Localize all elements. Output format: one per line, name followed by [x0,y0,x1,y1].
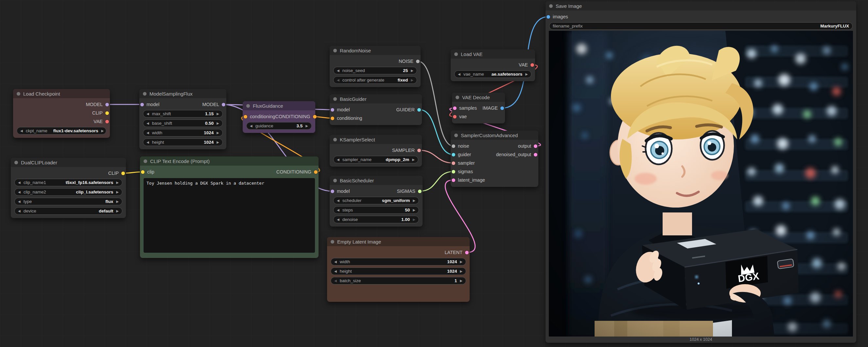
collapse-dot-icon[interactable] [331,240,334,243]
output-port-clip[interactable] [121,172,125,175]
output-port-guider[interactable] [417,108,421,112]
arrow-left-icon[interactable] [458,73,461,76]
widget-control-after-generate[interactable]: control after generate fixed [333,76,417,84]
node-header[interactable]: Load Checkpoint [13,89,110,98]
collapse-dot-icon[interactable] [333,138,337,141]
widget-height[interactable]: height 1024 [331,267,466,275]
node-vae-decode[interactable]: VAE Decode samples IMAGE vae [452,93,505,123]
node-clip-text-encode[interactable]: CLIP Text Encode (Prompt) clip CONDITION… [140,156,318,258]
input-port-conditioning[interactable] [244,115,247,118]
arrow-left-icon[interactable] [147,122,149,125]
arrow-right-icon[interactable] [101,129,104,133]
arrow-left-icon[interactable] [334,260,337,263]
input-port-guider[interactable] [452,153,455,156]
arrow-right-icon[interactable] [460,279,462,283]
node-header[interactable]: VAE Decode [452,93,505,102]
widget-filename-prefix[interactable]: filename_prefix MarkuryFLUX [549,22,852,30]
node-model-sampling-flux[interactable]: ModelSamplingFlux model MODEL max_shift … [139,89,226,149]
node-header[interactable]: Save Image [546,1,856,10]
input-port-images[interactable] [547,15,550,19]
collapse-dot-icon[interactable] [143,92,147,95]
node-header[interactable]: KSamplerSelect [330,135,422,144]
output-port-sampler[interactable] [417,149,421,152]
collapse-dot-icon[interactable] [454,52,458,56]
widget-steps[interactable]: steps 50 [333,206,419,214]
arrow-left-icon[interactable] [337,79,339,82]
widget-width[interactable]: width 1024 [143,129,223,137]
arrow-left-icon[interactable] [147,131,149,135]
arrow-right-icon[interactable] [525,73,528,76]
widget-denoise[interactable]: denoise 1.00 [333,216,419,223]
input-port-model[interactable] [140,103,144,106]
node-header[interactable]: CLIP Text Encode (Prompt) [140,156,318,166]
arrow-left-icon[interactable] [337,218,339,221]
node-ksampler-select[interactable]: KSamplerSelect SAMPLER sampler_name dpmp… [330,135,422,167]
arrow-left-icon[interactable] [337,158,339,162]
arrow-right-icon[interactable] [412,158,415,162]
arrow-right-icon[interactable] [116,181,119,184]
arrow-left-icon[interactable] [334,270,337,273]
input-port-noise[interactable] [452,144,455,148]
arrow-left-icon[interactable] [334,279,337,283]
node-basic-guider[interactable]: BasicGuider model GUIDER conditioning [330,94,422,125]
widget-scheduler[interactable]: scheduler sgm_uniform [333,197,419,204]
output-port-model[interactable] [222,103,225,106]
arrow-left-icon[interactable] [18,209,21,213]
arrow-right-icon[interactable] [217,141,219,144]
node-basic-scheduler[interactable]: BasicScheduler model SIGMAS scheduler sg… [330,176,423,227]
widget-base-shift[interactable]: base_shift 0.50 [143,119,223,127]
arrow-left-icon[interactable] [147,141,149,144]
arrow-right-icon[interactable] [413,218,415,221]
node-dual-clip-loader[interactable]: DualCLIPLoader CLIP clip_name1 t5xxl_fp1… [11,158,126,218]
arrow-left-icon[interactable] [18,181,21,184]
collapse-dot-icon[interactable] [333,97,337,101]
output-port-model[interactable] [105,103,109,106]
node-header[interactable]: ModelSamplingFlux [139,89,226,98]
node-flux-guidance[interactable]: FluxGuidance conditioning CONDITIONING g… [243,101,315,133]
output-port-output[interactable] [534,144,537,148]
node-header[interactable]: RandomNoise [330,46,421,55]
collapse-dot-icon[interactable] [549,4,553,8]
node-load-checkpoint[interactable]: Load Checkpoint MODEL CLIP VAE ckpt_name… [13,89,110,138]
widget-height[interactable]: height 1024 [143,139,223,146]
input-port-sampler[interactable] [452,162,455,165]
input-port-sigmas[interactable] [452,170,455,173]
node-sampler-custom-advanced[interactable]: SamplerCustomAdvanced noise output guide… [451,131,538,187]
collapse-dot-icon[interactable] [333,49,337,52]
input-port-clip[interactable] [141,170,145,174]
widget-batch-size[interactable]: batch_size 1 [331,277,466,285]
arrow-left-icon[interactable] [20,129,23,133]
arrow-right-icon[interactable] [411,79,413,82]
output-port-clip[interactable] [105,111,109,115]
arrow-left-icon[interactable] [18,200,21,203]
widget-noise-seed[interactable]: noise_seed 25 [333,67,417,74]
arrow-left-icon[interactable] [147,112,149,116]
node-header[interactable]: Empty Latent Image [327,237,470,246]
node-header[interactable]: BasicGuider [330,94,422,104]
output-port-sigmas[interactable] [418,190,422,193]
node-load-vae[interactable]: Load VAE VAE vae_name ae.safetensors [451,50,535,81]
widget-vae-name[interactable]: vae_name ae.safetensors [454,70,531,78]
widget-clip-name2[interactable]: clip_name2 clip_l.safetensors [14,188,122,196]
node-header[interactable]: FluxGuidance [243,101,315,110]
arrow-left-icon[interactable] [18,191,21,194]
input-port-conditioning[interactable] [331,117,334,120]
output-port-noise[interactable] [416,60,420,63]
arrow-right-icon[interactable] [217,122,219,125]
node-header[interactable]: BasicScheduler [330,176,423,185]
output-port-image[interactable] [500,106,504,110]
node-graph-canvas[interactable]: Load Checkpoint MODEL CLIP VAE ckpt_name… [0,0,868,347]
output-port-vae[interactable] [530,63,534,67]
collapse-dot-icon[interactable] [17,92,20,95]
arrow-right-icon[interactable] [217,112,219,116]
prompt-textarea[interactable]: Toy Jensen holding a DGX Spark in a data… [144,178,315,253]
arrow-left-icon[interactable] [337,199,339,202]
node-header[interactable]: SamplerCustomAdvanced [451,131,538,140]
widget-type[interactable]: type flux [14,198,122,205]
widget-device[interactable]: device default [14,207,122,215]
arrow-right-icon[interactable] [116,191,119,194]
node-random-noise[interactable]: RandomNoise NOISE noise_seed 25 control … [330,46,421,87]
arrow-right-icon[interactable] [460,270,462,273]
node-header[interactable]: DualCLIPLoader [11,158,126,167]
collapse-dot-icon[interactable] [144,160,147,163]
